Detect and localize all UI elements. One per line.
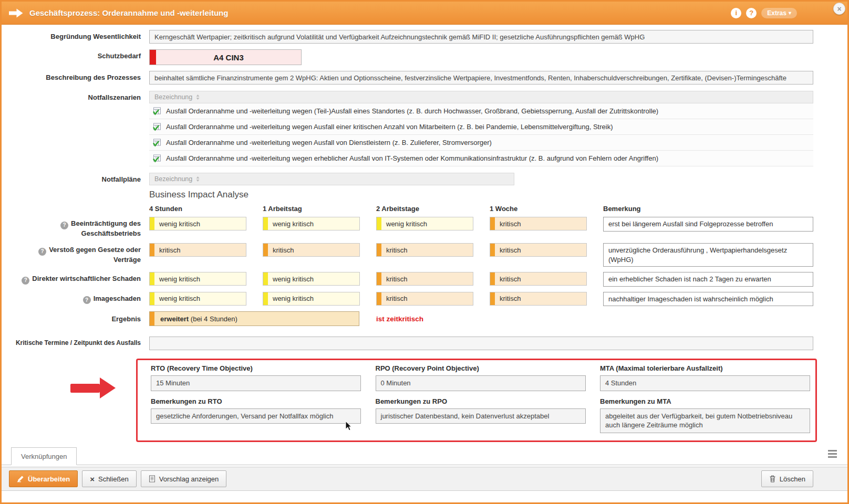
rpo-note-label: Bemerkungen zu RPO — [376, 397, 586, 405]
bia-row: ?Imageschaden wenig kritisch wenig kriti… — [11, 292, 813, 307]
rating-color-bar — [150, 272, 154, 285]
form-area: Begründung Wesentlichkeit Kerngeschäft W… — [2, 25, 847, 442]
help-icon[interactable]: ? — [60, 222, 68, 229]
rating-cell[interactable]: wenig kritisch — [149, 217, 246, 230]
rto-note-field[interactable]: gesetzliche Anforderungen, Versand per N… — [151, 408, 361, 424]
scenario-checked-icon — [152, 107, 161, 116]
rating-cell[interactable]: kritisch — [149, 243, 246, 257]
notfallplaene-column-header[interactable]: Bezeichnung — [149, 173, 514, 185]
forward-arrow-icon — [9, 8, 23, 18]
bia-col-header: 1 Woche — [490, 205, 603, 213]
ergebnis-value-bold: erweitert — [160, 315, 189, 323]
help-icon[interactable]: ? — [83, 296, 91, 304]
trash-icon — [769, 475, 776, 482]
schutzbedarf-field[interactable]: A4 CIN3 — [149, 49, 302, 65]
bemerkung-field[interactable]: erst bei längerem Ausfall sind Folgeproz… — [603, 217, 813, 232]
bia-row-label: ?Beeinträchtigung des Geschäftsbetriebs — [11, 217, 141, 238]
rating-color-bar — [490, 292, 495, 305]
rating-cell[interactable]: wenig kritisch — [376, 217, 473, 230]
notfallszenario-item[interactable]: Ausfall Orderannahme und -weiterleitung … — [149, 103, 813, 119]
bia-col-header: Bemerkung — [603, 205, 813, 213]
ergebnis-color-bar — [150, 312, 154, 326]
ergebnis-label: Ergebnis — [11, 311, 141, 323]
rating-color-bar — [377, 272, 381, 285]
mouse-cursor — [345, 421, 353, 432]
rating-cell[interactable]: kritisch — [490, 272, 587, 286]
rto-rpo-mta-section: RTO (Recovery Time Objective) 15 Minuten… — [149, 359, 813, 442]
app-window: Geschäftsprozess: Orderannahme und -weit… — [0, 0, 849, 504]
notfallszenario-item[interactable]: Ausfall Orderannahme und -weiterleitung … — [149, 135, 813, 151]
schliessen-button[interactable]: × Schließen — [82, 470, 137, 487]
rating-cell[interactable]: kritisch — [263, 243, 360, 257]
mta-note-field[interactable]: abgeleitet aus der Verfügbarkeit, bei gu… — [600, 408, 810, 433]
help-icon[interactable]: ? — [22, 277, 29, 285]
rating-cell[interactable]: kritisch — [376, 292, 473, 306]
ueberarbeiten-button[interactable]: Überarbeiten — [9, 470, 78, 487]
kritische-termine-field[interactable] — [149, 337, 813, 350]
rto-value-field[interactable]: 15 Minuten — [151, 375, 361, 391]
rating-color-bar — [490, 272, 495, 285]
rating-color-bar — [150, 217, 154, 230]
rating-color-bar — [150, 292, 154, 305]
close-button[interactable]: × — [833, 3, 845, 15]
beschreibung-field[interactable]: beinhaltet sämtliche Finanzinstrumente g… — [149, 71, 813, 85]
rating-cell[interactable]: wenig kritisch — [263, 272, 360, 286]
bia-row-label: ?Imageschaden — [11, 292, 141, 304]
rating-cell[interactable]: wenig kritisch — [149, 292, 246, 306]
mta-note-label: Bemerkungen zu MTA — [600, 397, 810, 405]
rating-color-bar — [490, 217, 495, 230]
scenario-checked-icon — [152, 154, 161, 163]
rating-cell[interactable]: kritisch — [490, 217, 587, 230]
rating-color-bar — [263, 292, 268, 305]
bia-row: ?Beeinträchtigung des Geschäftsbetriebs … — [11, 217, 813, 238]
notfallplaene-label: Notfallpläne — [11, 173, 141, 184]
rating-cell[interactable]: kritisch — [490, 292, 587, 306]
schutzbedarf-label: Schutzbedarf — [11, 49, 141, 60]
sort-icon — [195, 176, 200, 182]
rating-color-bar — [263, 217, 268, 230]
bemerkung-field[interactable]: nachhaltiger Imageschaden ist wahrschein… — [603, 292, 813, 307]
zeitkritisch-flag: ist zeitkritisch — [376, 315, 423, 323]
rating-cell[interactable]: wenig kritisch — [263, 292, 360, 306]
bia-row: ?Direkter wirtschaftlicher Schaden wenig… — [11, 272, 813, 287]
notfallszenarien-label: Notfallszenarien — [11, 91, 141, 102]
rating-cell[interactable]: wenig kritisch — [263, 217, 360, 230]
help-icon[interactable]: ? — [38, 248, 46, 256]
vorschlag-anzeigen-button[interactable]: Vorschlag anzeigen — [141, 470, 226, 487]
titlebar: Geschäftsprozess: Orderannahme und -weit… — [2, 2, 847, 25]
document-icon — [149, 475, 156, 482]
bia-row: ?Verstoß gegen Gesetze oder Verträge kri… — [11, 243, 813, 267]
tab-verknuepfungen[interactable]: Verknüpfungen — [11, 447, 77, 465]
info-icon[interactable]: i — [731, 8, 741, 18]
schutzbedarf-color-bar — [150, 50, 156, 65]
rpo-value-field[interactable]: 0 Minuten — [376, 375, 586, 391]
rating-cell[interactable]: kritisch — [376, 272, 473, 286]
rto-column: RTO (Recovery Time Objective) 15 Minuten… — [151, 364, 361, 433]
rating-color-bar — [263, 272, 268, 285]
notfallszenario-item[interactable]: Ausfall Orderannahme und -weiterleitung … — [149, 151, 813, 166]
rpo-note-field[interactable]: juristischer Datenbestand, kein Datenver… — [376, 408, 586, 424]
rto-note-label: Bemerkungen zu RTO — [151, 397, 361, 405]
rating-cell[interactable]: kritisch — [490, 243, 587, 257]
bia-col-header: 1 Arbeitstag — [263, 205, 376, 213]
rating-cell[interactable]: wenig kritisch — [149, 272, 246, 286]
bemerkung-field[interactable]: ein erheblicher Schaden ist nach 2 Tagen… — [603, 272, 813, 287]
schutzbedarf-value: A4 CIN3 — [156, 50, 301, 65]
window-title: Geschäftsprozess: Orderannahme und -weit… — [29, 8, 228, 17]
loeschen-button[interactable]: Löschen — [761, 470, 813, 487]
extras-label: Extras — [767, 9, 786, 17]
help-icon[interactable]: ? — [746, 8, 757, 18]
ergebnis-value-rest: (bei 4 Stunden) — [191, 315, 237, 323]
rating-color-bar — [377, 292, 381, 305]
rpo-column: RPO (Recovery Point Objective) 0 Minuten… — [376, 364, 586, 433]
list-toggle-button[interactable] — [825, 448, 839, 460]
extras-button[interactable]: Extras ▾ — [761, 8, 797, 18]
bia-col-header: 2 Arbeitstage — [376, 205, 490, 213]
notfallszenario-item[interactable]: Ausfall Orderannahme und -weiterleitung … — [149, 119, 813, 135]
notfallszenarien-column-header[interactable]: Bezeichnung — [149, 91, 813, 103]
bemerkung-field[interactable]: unverzügliche Orderausführung , Wertpapi… — [603, 243, 813, 267]
rating-cell[interactable]: kritisch — [376, 243, 473, 257]
scenario-checked-icon — [152, 138, 161, 147]
mta-value-field[interactable]: 4 Stunden — [600, 375, 810, 391]
begruendung-field[interactable]: Kerngeschäft Wertpapier; zeitkritisch au… — [149, 30, 813, 44]
